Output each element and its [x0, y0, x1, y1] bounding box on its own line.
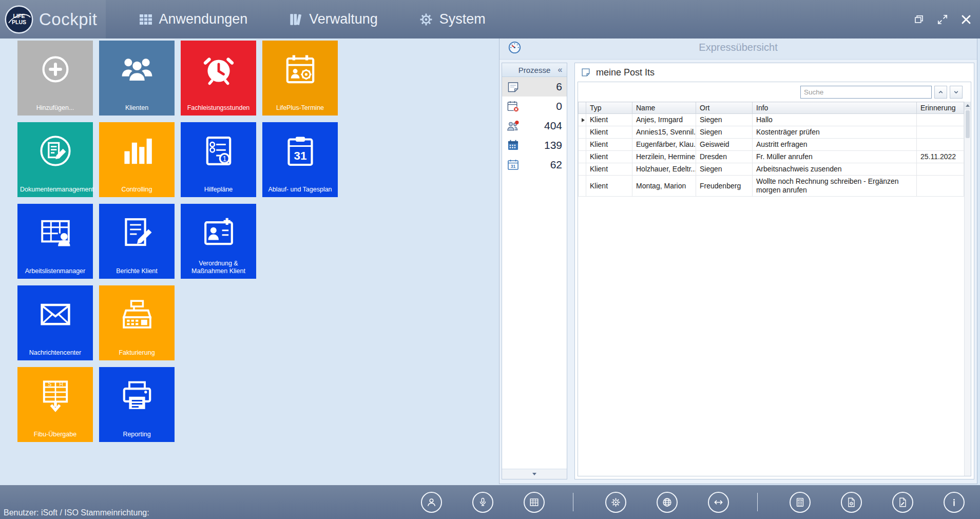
prozesse-scroll-strip[interactable]: [502, 469, 567, 479]
svg-text:H: H: [59, 381, 63, 387]
tab-cockpit[interactable]: LIFE PLUS Cockpit: [0, 0, 106, 39]
process-count: 139: [544, 139, 562, 151]
tile-label: Arbeitslistenmanager: [17, 267, 93, 275]
tile-label: Reporting: [99, 431, 175, 438]
express-panel: Expressübersicht Prozesse « 604041393162: [499, 35, 977, 484]
topbar: LIFE PLUS Cockpit AnwendungenVerwaltungS…: [0, 0, 980, 39]
scroll-up-button[interactable]: [965, 102, 971, 109]
statusbar: Benutzer: iSoft / ISO Stammeinrichtung:: [0, 485, 980, 519]
column-header-ort[interactable]: Ort: [696, 102, 753, 114]
fibu-transfer-icon: SH: [17, 377, 93, 414]
page-title: Cockpit: [39, 10, 98, 29]
cell-erinnerung: 25.11.2022: [917, 151, 964, 163]
search-input[interactable]: [800, 86, 932, 99]
calculator-button[interactable]: [790, 492, 811, 513]
row-selector: [579, 163, 586, 176]
tile-controlling[interactable]: Controlling: [99, 122, 175, 197]
spreadsheet-button[interactable]: [524, 492, 545, 513]
scrollbar-thumb[interactable]: [966, 110, 970, 138]
tile-grid: Hinzufügen...KlientenFachleistungsstunde…: [17, 41, 338, 449]
prozesse-panel: Prozesse « 604041393162: [502, 63, 567, 479]
prozesse-item-calendar-month[interactable]: 3162: [502, 155, 567, 175]
window-restore-button[interactable]: [912, 13, 926, 26]
tile-fakturierung[interactable]: Fakturierung: [99, 285, 175, 360]
nav-label: System: [439, 11, 486, 27]
add-plus-icon: [17, 51, 93, 88]
people-icon: [99, 51, 175, 88]
tile-label: Fachleistungsstunden: [181, 104, 256, 112]
quick-toolbar: [421, 485, 965, 519]
column-header-erinnerung[interactable]: Erinnerung: [917, 102, 964, 114]
table-row[interactable]: KlientMontag, MarionFreudenbergWollte no…: [579, 176, 964, 197]
info-button[interactable]: [944, 492, 965, 513]
microphone-button[interactable]: [472, 492, 493, 513]
nav-verwaltung[interactable]: Verwaltung: [287, 11, 378, 28]
window-controls: [912, 0, 973, 39]
row-selector: [579, 139, 586, 151]
gear-button[interactable]: [605, 492, 626, 513]
prozesse-item-calendar-blue[interactable]: 139: [502, 136, 567, 155]
table-row[interactable]: KlientAnjes, IrmgardSiegenHallo: [579, 114, 964, 126]
nav-anwendungen[interactable]: Anwendungen: [138, 11, 248, 28]
column-header-typ[interactable]: Typ: [586, 102, 632, 114]
postit-note-icon: [580, 67, 591, 78]
tile-label: Ablauf- und Tagesplan: [262, 186, 338, 194]
person-button[interactable]: [421, 492, 442, 513]
next-result-button[interactable]: [950, 86, 963, 99]
prozesse-item-postit[interactable]: 6: [502, 77, 567, 97]
people-alert-icon: [506, 119, 520, 133]
tile-nachrichtencenter[interactable]: Nachrichtencenter: [17, 285, 93, 360]
tile-fibu-uebergabe[interactable]: SHFibu-Übergabe: [17, 367, 93, 442]
table-row[interactable]: KlientHolzhauer, Edeltr...SiegenArbeitsn…: [579, 163, 964, 176]
table-row[interactable]: KlientHerzilein, HermineDresdenFr. Mülle…: [579, 151, 964, 163]
cell-info: Fr. Müller anrufen: [753, 151, 917, 163]
tile-fachleistungsstunden[interactable]: Fachleistungsstunden: [181, 41, 256, 116]
person-icon: [426, 496, 437, 508]
top-nav: AnwendungenVerwaltungSystem: [138, 11, 486, 28]
svg-text:1: 1: [222, 155, 226, 163]
cell-name: Anjes, Irmgard: [632, 114, 696, 126]
tile-verordnung-massnahmen-klient[interactable]: Verordnung & Maßnahmen Klient: [181, 204, 256, 279]
postits-panel: meine Post Its: [574, 63, 974, 479]
table-row[interactable]: KlientEugenfärber, Klau...GeisweidAustri…: [579, 139, 964, 151]
collapse-panel-button[interactable]: «: [554, 64, 566, 75]
tile-arbeitslistenmanager[interactable]: Arbeitslistenmanager: [17, 204, 93, 279]
column-header-info[interactable]: Info: [753, 102, 917, 114]
tile-hilfeplaene[interactable]: 1Hilfepläne: [181, 122, 256, 197]
cell-erinnerung: [917, 176, 964, 197]
tile-dokumentenmanagement[interactable]: Dokumentenmanagement: [17, 122, 93, 197]
prozesse-list: 604041393162: [502, 77, 567, 175]
table-scrollbar[interactable]: [964, 102, 971, 476]
table-row[interactable]: KlientAnnies15, Svennil...SiegenKostentr…: [579, 126, 964, 139]
nav-system[interactable]: System: [418, 11, 486, 28]
prozesse-item-people-alert[interactable]: 404: [502, 116, 567, 136]
globe-button[interactable]: [657, 492, 678, 513]
tile-berichte-klient[interactable]: Berichte Klient: [99, 204, 175, 279]
tile-ablauf-und-tagesplan[interactable]: 31Ablauf- und Tagesplan: [262, 122, 338, 197]
tile-row: Hinzufügen...KlientenFachleistungsstunde…: [17, 41, 338, 116]
cell-name: Eugenfärber, Klau...: [632, 139, 696, 151]
postit-icon: [506, 80, 520, 94]
nav-label: Anwendungen: [159, 11, 248, 27]
previous-result-button[interactable]: [934, 86, 947, 99]
document-signature-button[interactable]: [892, 492, 913, 513]
window-restore-icon: [912, 13, 926, 26]
tile-klienten[interactable]: Klienten: [99, 41, 175, 116]
checklist-icon: 1: [181, 132, 256, 169]
fullscreen-button[interactable]: [936, 13, 949, 26]
sync-arrows-button[interactable]: [708, 492, 729, 513]
tile-row: DokumentenmanagementControlling1Hilfeplä…: [17, 122, 338, 197]
calendar-month-icon: 31: [506, 158, 520, 172]
close-button[interactable]: [959, 13, 973, 26]
tile-reporting[interactable]: Reporting: [99, 367, 175, 442]
prozesse-item-calendar-cancel[interactable]: 0: [502, 97, 567, 116]
document-gear-button[interactable]: [841, 492, 862, 513]
info-icon: [948, 496, 960, 508]
svg-text:31: 31: [294, 149, 306, 162]
tile-lifeplus-termine[interactable]: LifePlus-Termine: [262, 41, 338, 116]
document-signature-icon: [897, 496, 909, 508]
tile-hinzufuegen[interactable]: Hinzufügen...: [17, 41, 93, 116]
postits-header: meine Post Its: [575, 63, 974, 82]
cell-info: Hallo: [753, 114, 917, 126]
column-header-name[interactable]: Name: [632, 102, 696, 114]
